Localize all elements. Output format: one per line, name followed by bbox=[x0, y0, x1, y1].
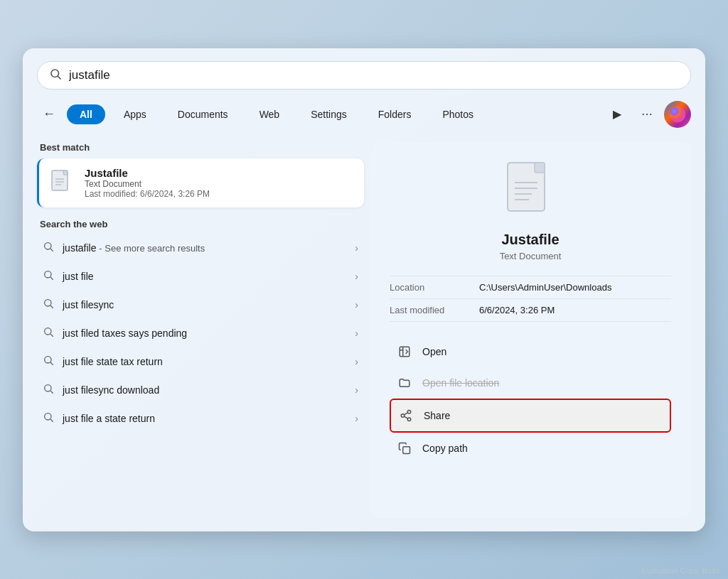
svg-point-8 bbox=[45, 242, 51, 249]
meta-modified-key: Last modified bbox=[390, 305, 468, 315]
meta-modified-row: Last modified 6/6/2024, 3:26 PM bbox=[390, 299, 671, 322]
meta-location-val: C:\Users\AdminUser\Downloads bbox=[479, 282, 611, 293]
copilot-icon[interactable] bbox=[664, 101, 691, 128]
best-match-name: Justafile bbox=[85, 167, 354, 179]
meta-modified-val: 6/6/2024, 3:26 PM bbox=[479, 305, 555, 315]
open-file-location-label: Open file location bbox=[422, 377, 499, 389]
search-icon-web-3 bbox=[43, 326, 54, 340]
svg-point-18 bbox=[45, 384, 51, 391]
main-area: Best match Justafile Text Document L bbox=[37, 142, 691, 517]
open-icon bbox=[397, 344, 412, 359]
best-match-item[interactable]: Justafile Text Document Last modified: 6… bbox=[37, 158, 364, 207]
search-icon-web-1 bbox=[43, 269, 54, 283]
filter-settings[interactable]: Settings bbox=[298, 104, 360, 124]
svg-line-19 bbox=[50, 391, 53, 394]
detail-file-icon bbox=[502, 159, 559, 223]
svg-point-12 bbox=[45, 299, 51, 305]
watermark: Evaluation Copy. Build bbox=[641, 566, 719, 575]
copy-path-label: Copy path bbox=[422, 443, 468, 454]
play-button[interactable]: ▶ bbox=[604, 102, 630, 127]
search-input[interactable]: justafile bbox=[69, 68, 679, 82]
filter-photos[interactable]: Photos bbox=[429, 104, 486, 124]
svg-line-15 bbox=[50, 334, 53, 337]
svg-point-16 bbox=[45, 356, 51, 362]
svg-point-14 bbox=[45, 328, 51, 334]
chevron-right-icon-4: › bbox=[355, 356, 358, 367]
filter-apps[interactable]: Apps bbox=[111, 104, 159, 124]
svg-point-30 bbox=[401, 413, 405, 417]
search-box: justafile bbox=[37, 61, 691, 90]
search-icon-web-2 bbox=[43, 298, 54, 312]
copy-path-icon bbox=[397, 440, 412, 456]
share-icon bbox=[398, 408, 414, 423]
svg-point-10 bbox=[45, 271, 51, 277]
best-match-date: Last modified: 6/6/2024, 3:26 PM bbox=[85, 189, 354, 199]
more-options-button[interactable]: ⋯ bbox=[634, 102, 660, 127]
file-icon bbox=[49, 170, 75, 195]
web-section-label: Search the web bbox=[37, 219, 364, 229]
share-label: Share bbox=[424, 410, 450, 421]
web-result-0[interactable]: justafile - See more search results › bbox=[37, 234, 364, 262]
left-panel: Best match Justafile Text Document L bbox=[37, 142, 364, 517]
best-match-info: Justafile Text Document Last modified: 6… bbox=[85, 167, 354, 199]
filter-documents[interactable]: Documents bbox=[165, 104, 241, 124]
web-result-text-6: just file a state return bbox=[63, 413, 346, 424]
chevron-right-icon-5: › bbox=[355, 384, 358, 396]
chevron-right-icon-0: › bbox=[355, 242, 358, 254]
actions-list: Open Open file location bbox=[390, 336, 671, 464]
svg-point-0 bbox=[51, 70, 59, 77]
meta-location-row: Location C:\Users\AdminUser\Downloads bbox=[390, 276, 671, 299]
web-result-5[interactable]: just filesync download › bbox=[37, 376, 364, 404]
svg-line-32 bbox=[404, 416, 407, 418]
action-open-file-location[interactable]: Open file location bbox=[390, 367, 671, 399]
chevron-right-icon-1: › bbox=[355, 271, 358, 282]
web-result-text-0: justafile - See more search results bbox=[63, 242, 346, 254]
filter-extras: ▶ ⋯ bbox=[604, 101, 691, 128]
svg-line-11 bbox=[50, 277, 53, 280]
best-match-type: Text Document bbox=[85, 179, 354, 189]
web-result-4[interactable]: just file state tax return › bbox=[37, 347, 364, 376]
action-share[interactable]: Share bbox=[390, 399, 671, 433]
svg-line-1 bbox=[58, 76, 60, 79]
chevron-right-icon-3: › bbox=[355, 328, 358, 339]
web-result-6[interactable]: just file a state return › bbox=[37, 404, 364, 433]
svg-line-17 bbox=[50, 362, 53, 365]
filter-all[interactable]: All bbox=[67, 104, 105, 124]
svg-rect-23 bbox=[535, 163, 545, 173]
svg-line-33 bbox=[404, 412, 407, 414]
right-panel: Justafile Text Document Location C:\User… bbox=[370, 142, 691, 517]
web-result-2[interactable]: just filesync › bbox=[37, 291, 364, 319]
filter-web[interactable]: Web bbox=[247, 104, 293, 124]
action-open[interactable]: Open bbox=[390, 336, 671, 367]
open-file-location-icon bbox=[397, 375, 412, 391]
svg-line-21 bbox=[50, 419, 53, 422]
search-icon-web-0 bbox=[43, 241, 54, 255]
search-icon-web-4 bbox=[43, 355, 54, 369]
search-panel: justafile ← All Apps Documents Web Setti… bbox=[23, 48, 705, 531]
web-result-text-5: just filesync download bbox=[63, 384, 346, 396]
search-bar-row: justafile bbox=[37, 61, 691, 90]
svg-rect-4 bbox=[63, 171, 68, 175]
meta-location-key: Location bbox=[390, 282, 468, 293]
svg-point-31 bbox=[407, 418, 411, 421]
search-icon bbox=[49, 67, 62, 83]
chevron-right-icon-6: › bbox=[355, 413, 358, 424]
detail-type: Text Document bbox=[500, 251, 562, 261]
web-result-text-3: just filed taxes says pending bbox=[63, 328, 346, 339]
svg-line-13 bbox=[50, 305, 53, 308]
web-result-text-2: just filesync bbox=[63, 299, 346, 310]
action-copy-path[interactable]: Copy path bbox=[390, 433, 671, 464]
filter-row: ← All Apps Documents Web Settings Folder… bbox=[37, 101, 691, 128]
svg-line-9 bbox=[50, 249, 53, 251]
web-result-1[interactable]: just file › bbox=[37, 262, 364, 291]
web-result-3[interactable]: just filed taxes says pending › bbox=[37, 319, 364, 347]
svg-point-2 bbox=[670, 106, 686, 122]
filter-folders[interactable]: Folders bbox=[365, 104, 424, 124]
web-results-list: justafile - See more search results › ju… bbox=[37, 234, 364, 433]
chevron-right-icon-2: › bbox=[355, 299, 358, 310]
back-button[interactable]: ← bbox=[37, 102, 61, 126]
detail-name: Justafile bbox=[501, 232, 559, 248]
detail-meta: Location C:\Users\AdminUser\Downloads La… bbox=[390, 276, 671, 322]
svg-point-29 bbox=[407, 410, 411, 413]
open-label: Open bbox=[422, 346, 446, 357]
